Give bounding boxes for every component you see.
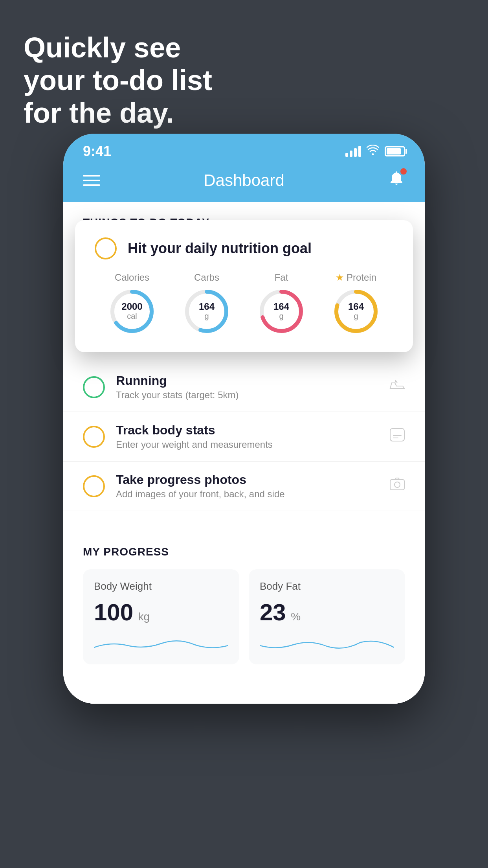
body-fat-value: 23 <box>260 599 286 625</box>
body-weight-value: 100 <box>94 599 133 625</box>
todo-info-photos: Take progress photos Add images of your … <box>116 473 378 500</box>
app-header: Dashboard <box>63 162 425 202</box>
nutrition-row: Calories 2000 cal Carbs <box>95 272 393 335</box>
todo-check-running[interactable] <box>83 376 105 398</box>
body-fat-card[interactable]: Body Fat 23 % <box>249 569 405 664</box>
carbs-value: 164 <box>199 302 215 312</box>
body-fat-unit: % <box>291 611 301 623</box>
calories-item: Calories 2000 cal <box>108 272 156 335</box>
protein-item: ★ Protein 164 g <box>332 272 380 335</box>
todo-sub-photos: Add images of your front, back, and side <box>116 489 378 500</box>
todo-title-body-stats: Track body stats <box>116 423 378 438</box>
nutrition-check[interactable] <box>95 237 117 259</box>
body-fat-chart <box>260 634 394 653</box>
status-time: 9:41 <box>83 143 111 160</box>
todo-item-body-stats[interactable]: Track body stats Enter your weight and m… <box>63 412 425 462</box>
protein-value: 164 <box>348 302 364 312</box>
signal-icon <box>345 146 361 157</box>
header-title: Dashboard <box>204 171 284 190</box>
body-weight-chart <box>94 634 228 653</box>
todo-info-running: Running Track your stats (target: 5km) <box>116 373 378 401</box>
body-weight-unit: kg <box>138 611 150 623</box>
fat-unit: g <box>279 312 283 321</box>
body-weight-label: Body Weight <box>94 580 228 592</box>
status-bar: 9:41 <box>63 134 425 162</box>
nutrition-main-label: Hit your daily nutrition goal <box>128 240 312 257</box>
scale-icon <box>389 428 405 445</box>
hero-text: Quickly see your to-do list for the day. <box>24 31 212 129</box>
body-fat-label: Body Fat <box>260 580 394 592</box>
protein-label: ★ Protein <box>336 272 376 283</box>
hamburger-menu[interactable] <box>83 175 100 186</box>
nutrition-card: Hit your daily nutrition goal Calories 2… <box>75 220 413 352</box>
todo-title-running: Running <box>116 373 378 388</box>
notification-bell-icon[interactable] <box>388 170 405 191</box>
notification-dot <box>400 168 407 175</box>
carbs-chart: 164 g <box>183 288 230 335</box>
fat-value: 164 <box>273 302 289 312</box>
wifi-icon <box>367 145 379 158</box>
fat-chart: 164 g <box>258 288 305 335</box>
todo-sub-running: Track your stats (target: 5km) <box>116 390 378 401</box>
shoe-icon <box>389 378 405 396</box>
phone-screen: 9:41 <box>63 134 425 704</box>
svg-rect-1 <box>390 480 404 490</box>
progress-title: MY PROGRESS <box>83 546 405 558</box>
svg-point-2 <box>394 482 400 487</box>
star-icon: ★ <box>336 272 344 283</box>
carbs-item: Carbs 164 g <box>183 272 230 335</box>
calories-unit: cal <box>127 312 137 321</box>
svg-rect-0 <box>390 428 404 441</box>
todo-sub-body-stats: Enter your weight and measurements <box>116 439 378 450</box>
carbs-label: Carbs <box>194 272 219 283</box>
photo-icon <box>389 477 405 495</box>
carbs-unit: g <box>204 312 209 321</box>
body-weight-card[interactable]: Body Weight 100 kg <box>83 569 239 664</box>
fat-item: Fat 164 g <box>258 272 305 335</box>
todo-item-photos[interactable]: Take progress photos Add images of your … <box>63 462 425 511</box>
todo-check-photos[interactable] <box>83 475 105 497</box>
calories-chart: 2000 cal <box>108 288 156 335</box>
fat-label: Fat <box>275 272 288 283</box>
protein-chart: 164 g <box>332 288 380 335</box>
calories-value: 2000 <box>121 302 142 312</box>
battery-icon <box>385 146 405 156</box>
status-icons <box>345 145 405 158</box>
phone-mockup: 9:41 <box>63 134 425 704</box>
todo-info-body-stats: Track body stats Enter your weight and m… <box>116 423 378 450</box>
progress-cards: Body Weight 100 kg Body Fat <box>83 569 405 664</box>
protein-unit: g <box>354 312 358 321</box>
todo-title-photos: Take progress photos <box>116 473 378 487</box>
calories-label: Calories <box>115 272 149 283</box>
nutrition-main-row: Hit your daily nutrition goal <box>95 237 393 259</box>
todo-item-running[interactable]: Running Track your stats (target: 5km) <box>63 362 425 412</box>
progress-section: MY PROGRESS Body Weight 100 kg <box>63 530 425 680</box>
todo-check-body-stats[interactable] <box>83 426 105 448</box>
